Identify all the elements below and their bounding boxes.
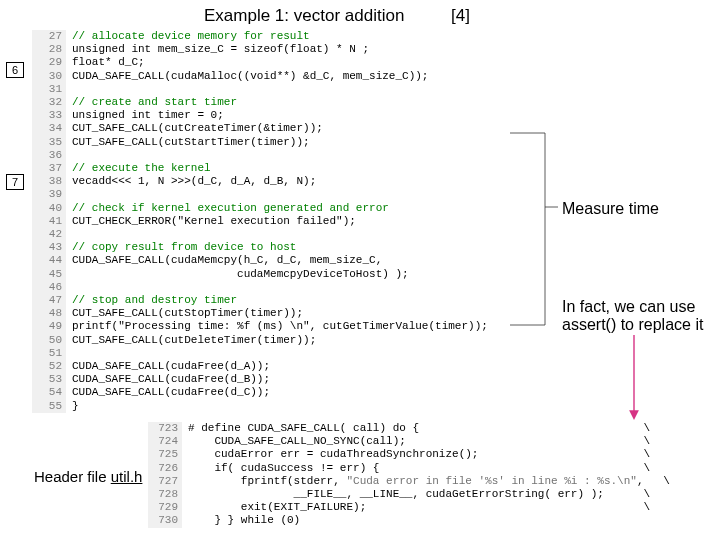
line-number: 725 xyxy=(148,448,182,461)
line-number: 730 xyxy=(148,514,182,527)
code-line: 51 xyxy=(32,347,542,360)
line-number: 42 xyxy=(32,228,66,241)
code-text: CUDA_SAFE_CALL_NO_SYNC(call); \ xyxy=(188,435,650,447)
line-number: 49 xyxy=(32,320,66,333)
line-number: 44 xyxy=(32,254,66,267)
code-text: // execute the kernel xyxy=(72,162,211,174)
line-number: 31 xyxy=(32,83,66,96)
code-line: 41CUT_CHECK_ERROR("Kernel execution fail… xyxy=(32,215,542,228)
code-text: } } while (0) xyxy=(188,514,300,526)
code-line: 28unsigned int mem_size_C = sizeof(float… xyxy=(32,43,542,56)
code-line: 55} xyxy=(32,400,542,413)
line-number: 37 xyxy=(32,162,66,175)
line-number: 46 xyxy=(32,281,66,294)
code-line: 44CUDA_SAFE_CALL(cudaMemcpy(h_C, d_C, me… xyxy=(32,254,542,267)
title-index: [4] xyxy=(451,6,470,26)
code-text: CUDA_SAFE_CALL(cudaFree(d_C)); xyxy=(72,386,270,398)
line-number: 34 xyxy=(32,122,66,135)
code-line: 47// stop and destroy timer xyxy=(32,294,542,307)
code-line: 728 __FILE__, __LINE__, cudaGetErrorStri… xyxy=(148,488,708,501)
code-line: 32// create and start timer xyxy=(32,96,542,109)
code-line: 40// check if kernel execution generated… xyxy=(32,202,542,215)
annotation-assert: In fact, we can use assert() to replace … xyxy=(562,298,703,334)
code-line: 50CUT_SAFE_CALL(cutDeleteTimer(timer)); xyxy=(32,334,542,347)
slide-title: Example 1: vector addition [4] xyxy=(0,6,720,26)
line-number: 36 xyxy=(32,149,66,162)
code-text: CUT_SAFE_CALL(cutStartTimer(timer)); xyxy=(72,136,310,148)
line-number: 41 xyxy=(32,215,66,228)
code-line: 726 if( cudaSuccess != err) { \ xyxy=(148,462,708,475)
code-line: 27// allocate device memory for result xyxy=(32,30,542,43)
line-number: 45 xyxy=(32,268,66,281)
line-number: 52 xyxy=(32,360,66,373)
code-line: 30CUDA_SAFE_CALL(cudaMalloc((void**) &d_… xyxy=(32,70,542,83)
code-text: unsigned int timer = 0; xyxy=(72,109,224,121)
line-number: 48 xyxy=(32,307,66,320)
line-number: 43 xyxy=(32,241,66,254)
line-number: 29 xyxy=(32,56,66,69)
code-text: exit(EXIT_FAILURE); \ xyxy=(188,501,650,513)
code-text: cudaError err = cudaThreadSynchronize();… xyxy=(188,448,650,460)
code-line: 35CUT_SAFE_CALL(cutStartTimer(timer)); xyxy=(32,136,542,149)
code-text: CUT_SAFE_CALL(cutDeleteTimer(timer)); xyxy=(72,334,316,346)
code-line: 43// copy result from device to host xyxy=(32,241,542,254)
code-line: 53CUDA_SAFE_CALL(cudaFree(d_B)); xyxy=(32,373,542,386)
code-line: 45 cudaMemcpyDeviceToHost) ); xyxy=(32,268,542,281)
code-line: 29float* d_C; xyxy=(32,56,542,69)
line-number: 35 xyxy=(32,136,66,149)
code-line: 36 xyxy=(32,149,542,162)
code-text: // stop and destroy timer xyxy=(72,294,237,306)
callout-7: 7 xyxy=(6,174,24,190)
code-text: // allocate device memory for result xyxy=(72,30,310,42)
code-text: CUDA_SAFE_CALL(cudaMalloc((void**) &d_C,… xyxy=(72,70,428,82)
line-number: 53 xyxy=(32,373,66,386)
code-text: CUT_CHECK_ERROR("Kernel execution failed… xyxy=(72,215,356,227)
annotation-measure-time: Measure time xyxy=(562,200,659,218)
code-text: // copy result from device to host xyxy=(72,241,296,253)
code-text: CUDA_SAFE_CALL(cudaFree(d_B)); xyxy=(72,373,270,385)
code-line: 723# define CUDA_SAFE_CALL( call) do { \ xyxy=(148,422,708,435)
code-line: 730 } } while (0) xyxy=(148,514,708,527)
line-number: 27 xyxy=(32,30,66,43)
line-number: 726 xyxy=(148,462,182,475)
line-number: 729 xyxy=(148,501,182,514)
code-text: CUT_SAFE_CALL(cutCreateTimer(&timer)); xyxy=(72,122,323,134)
code-text: CUT_SAFE_CALL(cutStopTimer(timer)); xyxy=(72,307,303,319)
code-text: CUDA_SAFE_CALL(cudaMemcpy(h_C, d_C, mem_… xyxy=(72,254,382,266)
annotation-assert-l2: assert() to replace it xyxy=(562,316,703,333)
code-text: # define CUDA_SAFE_CALL( call) do { \ xyxy=(188,422,650,434)
footer-prefix: Header file xyxy=(34,468,111,485)
line-number: 723 xyxy=(148,422,182,435)
line-number: 30 xyxy=(32,70,66,83)
line-number: 39 xyxy=(32,188,66,201)
code-line: 54CUDA_SAFE_CALL(cudaFree(d_C)); xyxy=(32,386,542,399)
code-line: 48CUT_SAFE_CALL(cutStopTimer(timer)); xyxy=(32,307,542,320)
code-text: if( cudaSuccess != err) { \ xyxy=(188,462,650,474)
code-line: 49printf("Processing time: %f (ms) \n", … xyxy=(32,320,542,333)
code-text: cudaMemcpyDeviceToHost) ); xyxy=(72,268,409,280)
line-number: 727 xyxy=(148,475,182,488)
code-text: vecadd<<< 1, N >>>(d_C, d_A, d_B, N); xyxy=(72,175,316,187)
line-number: 51 xyxy=(32,347,66,360)
code-line: 38vecadd<<< 1, N >>>(d_C, d_A, d_B, N); xyxy=(32,175,542,188)
code-block-main: 27// allocate device memory for result28… xyxy=(32,30,542,413)
code-text: float* d_C; xyxy=(72,56,145,68)
code-text: __FILE__, __LINE__, cudaGetErrorString( … xyxy=(188,488,650,500)
line-number: 28 xyxy=(32,43,66,56)
line-number: 32 xyxy=(32,96,66,109)
annotation-assert-l1: In fact, we can use xyxy=(562,298,695,315)
code-text: // create and start timer xyxy=(72,96,237,108)
line-number: 728 xyxy=(148,488,182,501)
code-text: fprintf(stderr, xyxy=(188,475,346,487)
line-number: 50 xyxy=(32,334,66,347)
code-line: 729 exit(EXIT_FAILURE); \ xyxy=(148,501,708,514)
code-line: 39 xyxy=(32,188,542,201)
code-line: 727 fprintf(stderr, "Cuda error in file … xyxy=(148,475,708,488)
code-text: } xyxy=(72,400,79,412)
code-block-macro: 723# define CUDA_SAFE_CALL( call) do { \… xyxy=(148,422,708,528)
line-number: 724 xyxy=(148,435,182,448)
line-number: 47 xyxy=(32,294,66,307)
code-text: CUDA_SAFE_CALL(cudaFree(d_A)); xyxy=(72,360,270,372)
code-line: 724 CUDA_SAFE_CALL_NO_SYNC(call); \ xyxy=(148,435,708,448)
footer-file: util.h xyxy=(111,468,143,485)
